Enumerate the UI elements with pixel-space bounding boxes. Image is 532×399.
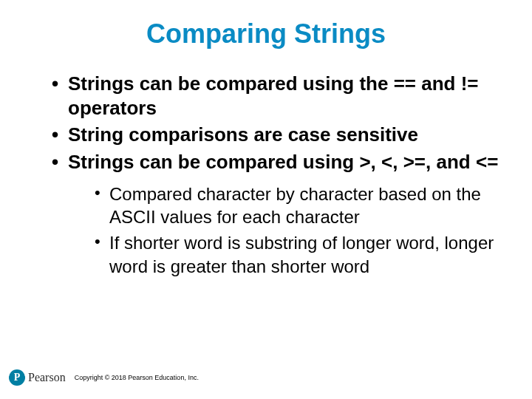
main-bullet-list: Strings can be compared using the == and… bbox=[30, 72, 502, 278]
list-item: Strings can be compared using >, <, >=, … bbox=[52, 150, 502, 278]
copyright-text: Copyright © 2018 Pearson Education, Inc. bbox=[75, 374, 199, 381]
pearson-logo-word: Pearson bbox=[28, 371, 66, 384]
list-item: Strings can be compared using the == and… bbox=[52, 72, 502, 120]
pearson-logo-mark: P bbox=[14, 372, 21, 383]
list-item: Compared character by character based on… bbox=[95, 183, 502, 228]
list-item: String comparisons are case sensitive bbox=[52, 123, 502, 147]
sub-bullet-list: Compared character by character based on… bbox=[68, 183, 502, 278]
list-item: If shorter word is substring of longer w… bbox=[95, 231, 502, 277]
footer: P Pearson Copyright © 2018 Pearson Educa… bbox=[9, 369, 199, 386]
pearson-logo: P Pearson bbox=[9, 369, 66, 386]
slide-title: Comparing Strings bbox=[30, 18, 502, 50]
pearson-logo-icon: P bbox=[9, 369, 25, 386]
slide: Comparing Strings Strings can be compare… bbox=[0, 0, 532, 399]
list-item-text: Strings can be compared using >, <, >=, … bbox=[68, 151, 498, 173]
